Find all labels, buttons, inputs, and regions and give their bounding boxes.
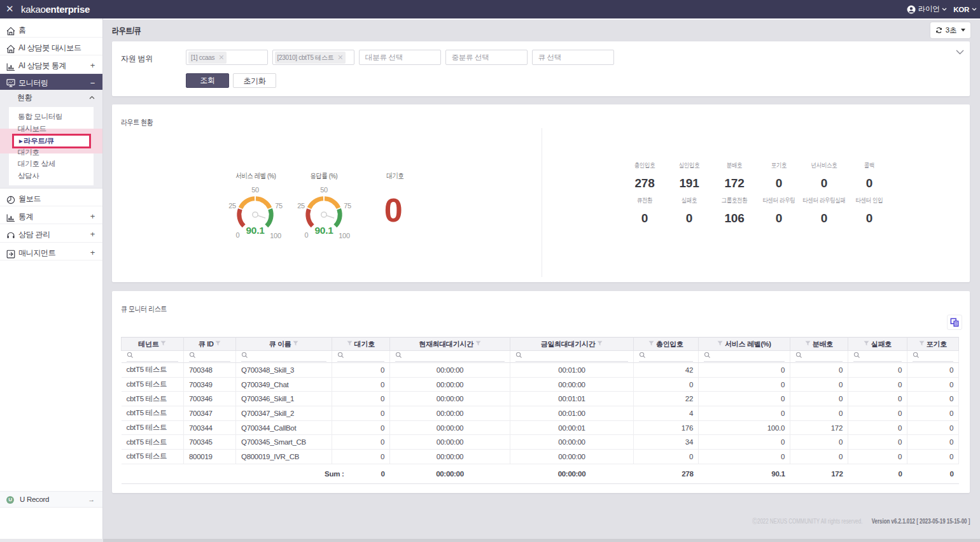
svg-text:25: 25 bbox=[228, 202, 236, 210]
svg-text:90.1: 90.1 bbox=[315, 225, 334, 236]
svg-text:75: 75 bbox=[275, 202, 283, 210]
svg-text:75: 75 bbox=[344, 202, 351, 210]
svg-text:100: 100 bbox=[270, 232, 281, 239]
svg-text:90.1: 90.1 bbox=[246, 225, 265, 236]
svg-text:0: 0 bbox=[305, 231, 309, 239]
svg-text:0: 0 bbox=[236, 231, 240, 239]
svg-text:50: 50 bbox=[251, 186, 259, 194]
svg-text:100: 100 bbox=[339, 232, 350, 239]
svg-text:50: 50 bbox=[320, 186, 328, 194]
svg-text:25: 25 bbox=[297, 202, 305, 210]
